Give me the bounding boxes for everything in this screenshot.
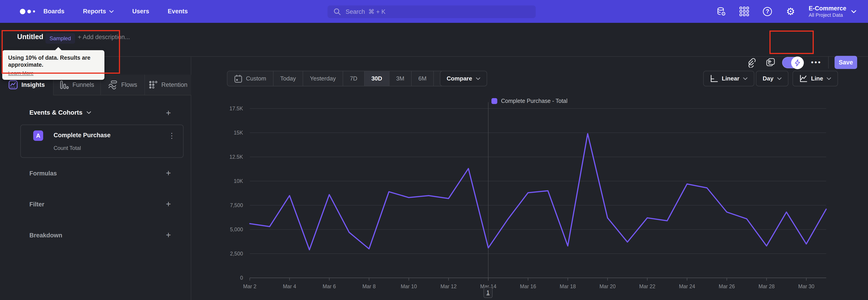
kebab-menu-icon[interactable]: ⋮ [168,131,176,140]
chevron-down-icon [87,111,91,114]
range-7d[interactable]: 7D [343,71,365,86]
mixpanel-logo-icon[interactable] [20,9,39,14]
chevron-down-icon [109,10,114,13]
main-nav: Boards Reports Users Events [43,8,188,15]
compare-label: Compare [447,75,472,82]
range-label: Today [280,75,296,82]
series-letter-badge: A [33,130,43,141]
chart-type-dropdown[interactable]: Line [793,71,838,86]
event-name[interactable]: Complete Purchase [54,132,111,139]
nav-item-reports[interactable]: Reports [83,8,114,15]
nav-item-label: Reports [83,8,106,15]
nav-item-boards[interactable]: Boards [43,8,64,15]
gear-glyph: ⚙ [786,6,795,17]
nav-item-label: Boards [43,8,64,15]
y-tick-label: 10K [234,178,243,184]
scale-label: Linear [722,75,739,82]
line-chart[interactable]: 02,5005,0007,50010K12.5K15K17.5KMar 2Mar… [191,97,868,300]
nav-item-label: Users [132,8,149,15]
range-label: Custom [246,75,266,82]
x-tick-label: Mar 20 [599,283,616,289]
y-tick-label: 17.5K [229,106,243,112]
event-metric[interactable]: Count Total [54,145,81,151]
x-tick-label: Mar 4 [283,283,296,289]
section-filter: Filter [29,201,44,208]
nav-item-events[interactable]: Events [168,8,188,15]
more-options-button[interactable]: ••• [811,59,822,66]
range-3m[interactable]: 3M [390,71,412,86]
range-custom[interactable]: Custom [227,71,274,86]
sampled-badge[interactable]: Sampled [45,33,75,43]
range-label: Yesterday [310,75,336,82]
search-input[interactable] [345,8,530,16]
tab-flows[interactable]: Flows [101,74,145,95]
chevron-down-icon [743,77,747,80]
compare-dropdown[interactable]: Compare [440,71,487,86]
sampling-toggle[interactable] [782,57,804,68]
range-label: 30D [371,75,382,82]
add-filter-button[interactable]: + [164,199,173,209]
toggle-knob [791,57,804,69]
add-event-button[interactable]: + [164,108,173,118]
retention-icon [149,80,158,90]
divider [828,56,829,68]
add-description-button[interactable]: + Add description... [78,34,130,41]
nav-right-cluster: ? ⚙ E-Commerce All Project Data [716,0,856,23]
chevron-down-icon [827,77,831,80]
nav-item-users[interactable]: Users [132,8,149,15]
scale-dropdown[interactable]: Linear [703,71,754,86]
sampling-tooltip: Using 10% of data. Results are approxima… [2,50,104,80]
report-header-bar: Untitled Sampled + Add description... [0,23,868,57]
range-label: 3M [396,75,404,82]
data-management-icon[interactable] [716,6,726,17]
save-button[interactable]: Save [835,56,857,69]
y-tick-label: 15K [234,130,243,136]
nav-item-label: Events [168,8,188,15]
linear-scale-icon [710,74,718,83]
app-window: Boards Reports Users Events [0,0,868,300]
report-title[interactable]: Untitled [17,33,43,41]
tab-label: Flows [121,81,137,88]
y-tick-label: 12.5K [229,154,243,160]
add-formula-button[interactable]: + [164,168,173,178]
interval-label: Day [763,75,774,82]
x-tick-label: Mar 24 [679,283,695,289]
copy-link-icon[interactable] [746,57,756,68]
events-cohorts-header[interactable]: Events & Cohorts [29,109,91,116]
x-tick-label: Mar 18 [560,283,576,289]
funnels-icon [60,80,69,90]
tab-retention[interactable]: Retention [145,74,191,95]
event-card[interactable]: A Complete Purchase Count Total ⋮ [20,125,184,158]
tab-label: Funnels [72,81,94,88]
section-breakdown: Breakdown [29,232,62,239]
legend-label: Complete Purchase - Total [501,98,567,104]
date-range-group: Custom Today Yesterday 7D 30D 3M 6M 12M [227,71,459,86]
range-6m[interactable]: 6M [412,71,434,86]
range-30d-selected[interactable]: 30D [365,71,390,86]
events-cohorts-label: Events & Cohorts [29,109,83,116]
top-nav: Boards Reports Users Events [0,0,868,23]
page-number-input[interactable]: 1 [484,287,493,298]
add-breakdown-button[interactable]: + [164,230,173,240]
global-search[interactable] [328,5,536,18]
insights-icon [8,80,18,90]
range-today[interactable]: Today [274,71,303,86]
x-tick-label: Mar 12 [440,283,457,289]
chart-type-label: Line [811,75,823,82]
tooltip-text: Using 10% of data. Results are approxima… [8,54,98,68]
legend-swatch [491,98,497,104]
range-yesterday[interactable]: Yesterday [303,71,343,86]
apps-grid-icon[interactable] [739,6,749,17]
y-tick-label: 5,000 [230,227,243,232]
series-line-complete-purchase[interactable] [250,133,826,250]
x-tick-label: Mar 6 [322,283,336,289]
learn-more-link[interactable]: Learn More [8,70,34,76]
x-tick-label: Mar 10 [401,283,417,289]
settings-gear-icon[interactable]: ⚙ [785,6,796,17]
project-selector[interactable]: E-Commerce All Project Data [809,5,856,18]
y-tick-label: 0 [240,275,243,281]
help-icon[interactable]: ? [763,6,772,17]
add-to-board-icon[interactable] [765,57,776,68]
chart-legend[interactable]: Complete Purchase - Total [191,98,868,104]
interval-dropdown[interactable]: Day [756,71,788,86]
